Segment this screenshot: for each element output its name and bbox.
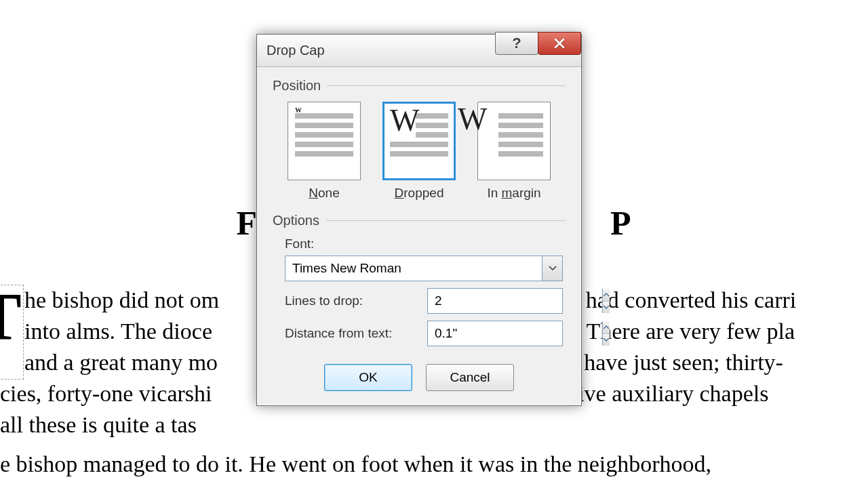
help-button[interactable]: ?: [495, 32, 538, 55]
font-input[interactable]: [285, 256, 542, 281]
lines-to-drop-input[interactable]: [428, 289, 602, 313]
position-group-label: Position: [273, 78, 566, 94]
position-label-dropped: Dropped: [395, 186, 444, 201]
help-icon: ?: [512, 35, 521, 52]
position-option-in-margin[interactable]: W: [477, 102, 551, 180]
font-label: Font:: [285, 237, 563, 251]
position-option-dropped[interactable]: W: [382, 102, 456, 180]
distance-from-text-input[interactable]: [428, 321, 602, 346]
font-combobox[interactable]: [285, 256, 563, 281]
chevron-down-icon: [603, 305, 610, 309]
spinner-down-button[interactable]: [603, 334, 610, 346]
spinner-up-button[interactable]: [603, 321, 610, 334]
close-button[interactable]: [538, 32, 581, 55]
letter-icon: W: [295, 106, 302, 114]
distance-from-text-spinner[interactable]: [427, 321, 563, 346]
dropcap-selection[interactable]: T: [0, 285, 24, 380]
options-group-label: Options: [273, 213, 566, 228]
chevron-up-icon: [603, 325, 610, 329]
distance-from-text-label: Distance from text:: [285, 326, 392, 341]
position-label-none: None: [309, 186, 339, 201]
chevron-down-icon: [603, 338, 610, 342]
drop-cap-dialog: Drop Cap ? Position W None W: [256, 34, 582, 406]
position-option-none[interactable]: W: [288, 102, 361, 180]
spinner-down-button[interactable]: [603, 302, 610, 314]
dialog-title: Drop Cap: [267, 43, 325, 58]
ok-button[interactable]: OK: [324, 364, 412, 391]
chevron-up-icon: [603, 293, 610, 297]
dialog-titlebar[interactable]: Drop Cap ?: [257, 35, 581, 67]
letter-icon: W: [390, 102, 419, 138]
letter-icon: W: [458, 101, 487, 137]
lines-to-drop-label: Lines to drop:: [285, 293, 363, 308]
spinner-up-button[interactable]: [603, 289, 610, 302]
lines-to-drop-spinner[interactable]: [427, 288, 563, 314]
font-dropdown-button[interactable]: [542, 256, 562, 281]
position-label-in-margin: In margin: [487, 186, 540, 201]
chevron-down-icon: [549, 266, 557, 271]
cancel-button[interactable]: Cancel: [426, 364, 514, 391]
close-icon: [553, 37, 566, 49]
